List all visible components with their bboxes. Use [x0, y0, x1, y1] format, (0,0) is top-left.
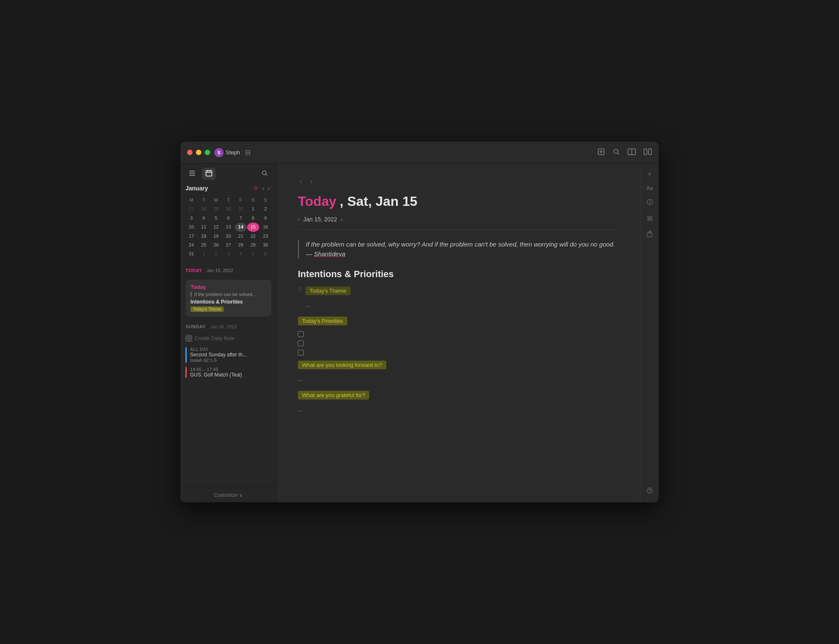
calendar-day-selected[interactable]: 15: [247, 223, 259, 231]
date-next-button[interactable]: ›: [341, 216, 343, 223]
date-prev-button[interactable]: ‹: [298, 216, 300, 223]
calendar-day[interactable]: 5: [210, 214, 222, 223]
main-content: January ‹ › M T W T F S S: [180, 164, 659, 502]
sidebar-search-button[interactable]: [258, 168, 271, 180]
main-panel: ‹ › Today , Sat, Jan 15 ‹ Jan 15, 2022 ›…: [277, 164, 659, 502]
search-icon[interactable]: [612, 148, 620, 157]
calendar-day[interactable]: 27: [185, 205, 197, 213]
calendar-day[interactable]: 29: [247, 241, 259, 249]
calendar-day[interactable]: 31: [235, 205, 247, 213]
customize-button[interactable]: Customize ∨: [180, 488, 276, 502]
calendar-day[interactable]: 18: [198, 232, 209, 241]
calendar-day[interactable]: 28: [198, 205, 209, 213]
calendar-day[interactable]: 3: [222, 249, 234, 258]
list-view-button[interactable]: [185, 168, 199, 180]
avatar: S: [214, 148, 224, 157]
calendar-day[interactable]: 4: [198, 214, 209, 223]
calendar-day[interactable]: 24: [185, 241, 197, 249]
calendar-day[interactable]: 22: [247, 232, 259, 241]
checkbox-2[interactable]: [298, 340, 304, 346]
calendar-day[interactable]: 31: [185, 249, 197, 258]
add-icon[interactable]: +: [648, 170, 651, 178]
svg-rect-4: [649, 149, 651, 155]
calendar-day[interactable]: 30: [260, 241, 271, 249]
info-icon[interactable]: [646, 199, 653, 207]
calendar-day[interactable]: 27: [222, 241, 234, 249]
calendar: January ‹ › M T W T F S S: [180, 184, 276, 263]
calendar-day[interactable]: 28: [235, 241, 247, 249]
close-button[interactable]: [187, 150, 193, 155]
today-indicator[interactable]: [254, 187, 258, 190]
calendar-day[interactable]: 1: [247, 205, 259, 213]
calendar-day[interactable]: 6: [222, 214, 234, 223]
calendar-prev-button[interactable]: ‹: [261, 184, 266, 192]
calendar-day[interactable]: 11: [198, 223, 209, 231]
calendar-day[interactable]: 19: [210, 232, 222, 241]
today-note-card[interactable]: Today If the problem can be solved... In…: [185, 280, 271, 317]
date-rest: , Sat, Jan 15: [340, 194, 417, 209]
note-card-section: Intentions & Priorities: [190, 299, 266, 305]
svg-rect-5: [189, 171, 195, 171]
checkbox-3[interactable]: [298, 350, 304, 356]
create-daily-note-button[interactable]: Create Daily Note: [180, 332, 276, 345]
calendar-day[interactable]: 2: [210, 249, 222, 258]
sidebar: January ‹ › M T W T F S S: [180, 164, 277, 502]
maximize-button[interactable]: [205, 150, 210, 155]
forward-arrow-button[interactable]: ›: [308, 176, 314, 187]
event-subtitle: Isaiah 62:1-5: [190, 358, 247, 363]
shortcut-icon[interactable]: ⌘: [646, 215, 653, 223]
forward-dots[interactable]: ...: [298, 374, 619, 387]
calendar-day[interactable]: 13: [222, 223, 234, 231]
calendar-day[interactable]: 23: [260, 232, 271, 241]
calendar-day[interactable]: 12: [210, 223, 222, 231]
user-name: Steph: [226, 149, 240, 156]
calendar-day[interactable]: 25: [198, 241, 209, 249]
today-title-word: Today: [298, 194, 336, 209]
calendar-day[interactable]: 7: [235, 214, 247, 223]
calendar-day[interactable]: 20: [222, 232, 234, 241]
calendar-day[interactable]: 16: [260, 223, 271, 231]
calendar-day[interactable]: 1: [198, 249, 209, 258]
compose-icon[interactable]: [597, 148, 605, 157]
calendar-day[interactable]: 6: [260, 249, 271, 258]
event-bar-blue: [185, 347, 187, 363]
weekday-thu: T: [222, 196, 234, 205]
split-view-icon[interactable]: [628, 148, 636, 157]
font-size-icon[interactable]: Aa: [646, 185, 653, 191]
share-icon[interactable]: [646, 230, 653, 239]
sidebar-toolbar: [180, 164, 276, 184]
event-bar-red: [185, 367, 187, 378]
priorities-section: Today's Priorities: [298, 317, 619, 357]
calendar-day[interactable]: 5: [247, 249, 259, 258]
calendar-day[interactable]: 29: [210, 205, 222, 213]
calendar-day[interactable]: 21: [235, 232, 247, 241]
minimize-button[interactable]: [196, 150, 201, 155]
checkbox-1[interactable]: [298, 331, 304, 337]
event-title: Second Sunday after th...: [190, 352, 247, 358]
calendar-day[interactable]: 2: [260, 205, 271, 213]
drag-handle-icon[interactable]: ⠿: [298, 286, 302, 293]
calendar-view-button[interactable]: [202, 168, 216, 180]
back-arrow-button[interactable]: ‹: [298, 176, 303, 187]
sunday-section-date: Jan 16, 2022: [210, 324, 237, 329]
titlebar-right-icons: [597, 148, 652, 157]
help-icon[interactable]: [646, 487, 653, 496]
calendar-day-today[interactable]: 14: [235, 223, 247, 231]
sidebar-toggle-icon[interactable]: ⊟: [245, 148, 250, 156]
timed-event: 14:45 – 17:45 GUS: Golf Match (Teal): [180, 365, 276, 380]
today-label: TODAY: [185, 268, 202, 273]
calendar-day[interactable]: 17: [185, 232, 197, 241]
calendar-day[interactable]: 10: [185, 223, 197, 231]
theme-dots[interactable]: ...: [305, 299, 619, 313]
grateful-dots[interactable]: ...: [298, 404, 619, 418]
calendar-next-button[interactable]: ›: [266, 184, 271, 192]
calendar-day[interactable]: 3: [185, 214, 197, 223]
calendar-day[interactable]: 8: [247, 214, 259, 223]
calendar-day[interactable]: 26: [210, 241, 222, 249]
layout-icon[interactable]: [644, 148, 652, 157]
titlebar: S Steph ⊟: [180, 142, 659, 164]
calendar-day[interactable]: 9: [260, 214, 271, 223]
calendar-day[interactable]: 4: [235, 249, 247, 258]
calendar-day[interactable]: 30: [222, 205, 234, 213]
tag-priorities: Today's Priorities: [298, 317, 347, 325]
